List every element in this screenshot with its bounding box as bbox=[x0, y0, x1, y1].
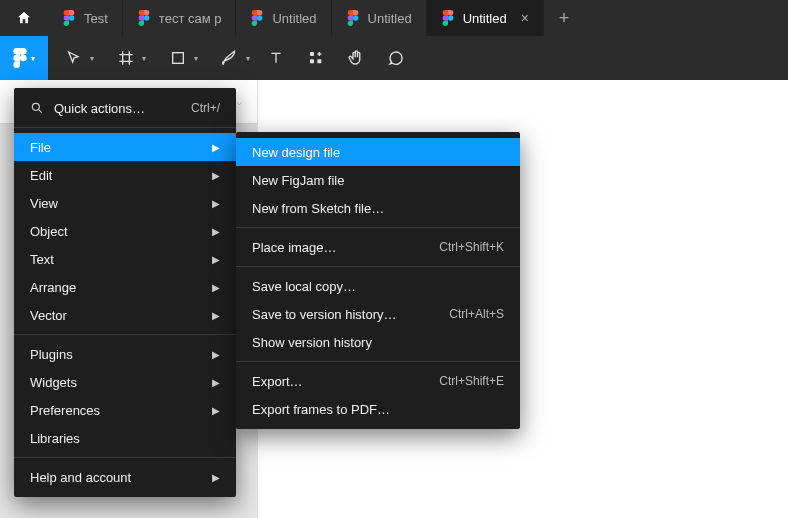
figma-menu-button[interactable]: ▾ bbox=[0, 36, 48, 80]
resources-icon bbox=[308, 50, 324, 66]
tab-4[interactable]: Untitled × bbox=[427, 0, 544, 36]
svg-point-2 bbox=[257, 15, 262, 20]
svg-rect-7 bbox=[310, 52, 314, 56]
figma-file-icon bbox=[441, 11, 455, 25]
svg-point-0 bbox=[69, 15, 74, 20]
chevron-down-icon: ▾ bbox=[142, 54, 146, 63]
comment-icon bbox=[387, 49, 405, 67]
chevron-down-icon: ▾ bbox=[31, 54, 35, 63]
tab-2[interactable]: Untitled bbox=[236, 0, 331, 36]
chevron-down-icon: ▾ bbox=[90, 54, 94, 63]
menu-separator bbox=[236, 266, 520, 267]
figma-file-icon bbox=[250, 11, 264, 25]
menu-separator bbox=[14, 457, 236, 458]
menu-shortcut: Ctrl+Shift+E bbox=[439, 374, 504, 388]
pen-tool[interactable]: ▾ bbox=[204, 36, 256, 80]
tab-label: тест сам р bbox=[159, 11, 222, 26]
tab-label: Untitled bbox=[463, 11, 507, 26]
file-submenu: New design fileNew FigJam fileNew from S… bbox=[236, 132, 520, 429]
figma-file-icon bbox=[137, 11, 151, 25]
comment-tool[interactable] bbox=[376, 36, 416, 80]
tab-1[interactable]: тест сам р bbox=[123, 0, 237, 36]
toolbar-tools: ▾ ▾ ▾ ▾ bbox=[48, 36, 416, 80]
chevron-right-icon: ▶ bbox=[212, 349, 220, 360]
menu-libraries[interactable]: Libraries bbox=[14, 424, 236, 452]
search-icon bbox=[30, 101, 44, 115]
menu-label: Quick actions… bbox=[54, 101, 145, 116]
menu-widgets[interactable]: Widgets▶ bbox=[14, 368, 236, 396]
svg-rect-9 bbox=[317, 59, 321, 63]
chevron-down-icon: ▾ bbox=[246, 54, 250, 63]
menu-file[interactable]: File▶ bbox=[14, 133, 236, 161]
menu-label: New from Sketch file… bbox=[252, 201, 384, 216]
menu-label: New design file bbox=[252, 145, 340, 160]
frame-icon bbox=[118, 50, 134, 66]
menu-label: Export frames to PDF… bbox=[252, 402, 390, 417]
menu-label: Widgets bbox=[30, 375, 77, 390]
menu-shortcut: Ctrl+Shift+K bbox=[439, 240, 504, 254]
menu-label: Preferences bbox=[30, 403, 100, 418]
shape-tool[interactable]: ▾ bbox=[152, 36, 204, 80]
svg-point-1 bbox=[144, 15, 149, 20]
toolbar: ▾ ▾ ▾ ▾ ▾ bbox=[0, 36, 788, 80]
menu-label: File bbox=[30, 140, 51, 155]
menu-label: View bbox=[30, 196, 58, 211]
svg-point-10 bbox=[32, 103, 39, 110]
menu-view[interactable]: View▶ bbox=[14, 189, 236, 217]
menu-separator bbox=[236, 361, 520, 362]
rectangle-icon bbox=[170, 50, 186, 66]
frame-tool[interactable]: ▾ bbox=[100, 36, 152, 80]
plus-icon: + bbox=[559, 8, 570, 29]
svg-rect-8 bbox=[310, 59, 314, 63]
menu-text[interactable]: Text▶ bbox=[14, 245, 236, 273]
menu-arrange[interactable]: Arrange▶ bbox=[14, 273, 236, 301]
menu-label: Vector bbox=[30, 308, 67, 323]
submenu-save-local[interactable]: Save local copy… bbox=[236, 272, 520, 300]
new-tab-button[interactable]: + bbox=[544, 0, 584, 36]
submenu-show-history[interactable]: Show version history bbox=[236, 328, 520, 356]
submenu-export-pdf[interactable]: Export frames to PDF… bbox=[236, 395, 520, 423]
figma-file-icon bbox=[346, 11, 360, 25]
resources-tool[interactable] bbox=[296, 36, 336, 80]
submenu-export[interactable]: Export…Ctrl+Shift+E bbox=[236, 367, 520, 395]
chevron-right-icon: ▶ bbox=[212, 310, 220, 321]
move-icon bbox=[66, 50, 82, 66]
menu-vector[interactable]: Vector▶ bbox=[14, 301, 236, 329]
chevron-down-icon: ▾ bbox=[194, 54, 198, 63]
tab-bar: Test тест сам р Untitled Untitled Untitl… bbox=[0, 0, 788, 36]
submenu-new-figjam[interactable]: New FigJam file bbox=[236, 166, 520, 194]
tab-3[interactable]: Untitled bbox=[332, 0, 427, 36]
tab-label: Test bbox=[84, 11, 108, 26]
tab-0[interactable]: Test bbox=[48, 0, 123, 36]
menu-preferences[interactable]: Preferences▶ bbox=[14, 396, 236, 424]
menu-object[interactable]: Object▶ bbox=[14, 217, 236, 245]
menu-quick-actions[interactable]: Quick actions… Ctrl+/ bbox=[14, 94, 236, 122]
submenu-new-design[interactable]: New design file bbox=[236, 138, 520, 166]
menu-plugins[interactable]: Plugins▶ bbox=[14, 340, 236, 368]
menu-label: Save local copy… bbox=[252, 279, 356, 294]
menu-label: Edit bbox=[30, 168, 52, 183]
menu-label: Show version history bbox=[252, 335, 372, 350]
hand-tool[interactable] bbox=[336, 36, 376, 80]
menu-label: Export… bbox=[252, 374, 303, 389]
figma-file-icon bbox=[62, 11, 76, 25]
home-button[interactable] bbox=[0, 0, 48, 36]
move-tool[interactable]: ▾ bbox=[48, 36, 100, 80]
submenu-place-image[interactable]: Place image…Ctrl+Shift+K bbox=[236, 233, 520, 261]
svg-point-3 bbox=[353, 15, 358, 20]
submenu-save-version[interactable]: Save to version history…Ctrl+Alt+S bbox=[236, 300, 520, 328]
chevron-right-icon: ▶ bbox=[212, 405, 220, 416]
menu-separator bbox=[236, 227, 520, 228]
menu-label: Arrange bbox=[30, 280, 76, 295]
menu-label: Help and account bbox=[30, 470, 131, 485]
menu-separator bbox=[14, 334, 236, 335]
close-tab-icon[interactable]: × bbox=[521, 10, 529, 26]
menu-label: Libraries bbox=[30, 431, 80, 446]
text-tool[interactable] bbox=[256, 36, 296, 80]
menu-separator bbox=[14, 127, 236, 128]
svg-point-4 bbox=[448, 15, 453, 20]
menu-help[interactable]: Help and account▶ bbox=[14, 463, 236, 491]
menu-edit[interactable]: Edit▶ bbox=[14, 161, 236, 189]
main-menu: Quick actions… Ctrl+/ File▶Edit▶View▶Obj… bbox=[14, 88, 236, 497]
submenu-new-sketch[interactable]: New from Sketch file… bbox=[236, 194, 520, 222]
